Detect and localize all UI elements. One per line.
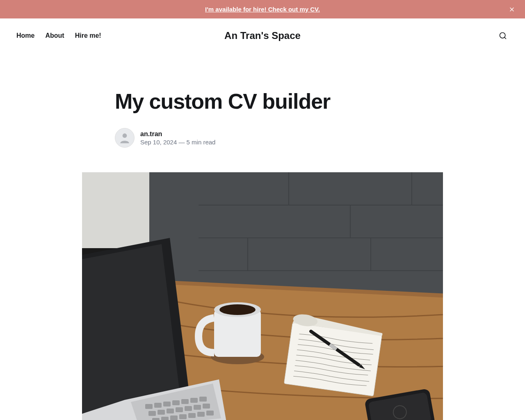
hero-illustration	[82, 172, 443, 420]
search-icon	[499, 32, 507, 40]
announcement-bar: I'm available for hire! Check out my CV.	[0, 0, 525, 18]
article-date-read: Sep 10, 2024 — 5 min read	[140, 139, 215, 146]
announcement-link[interactable]: I'm available for hire! Check out my CV.	[205, 6, 320, 13]
svg-rect-36	[152, 418, 160, 420]
svg-rect-28	[199, 397, 207, 402]
svg-rect-39	[179, 414, 187, 419]
author-name[interactable]: an.tran	[140, 130, 215, 138]
nav-home[interactable]: Home	[16, 32, 34, 39]
author-meta: an.tran Sep 10, 2024 — 5 min read	[140, 130, 215, 146]
search-button[interactable]	[497, 30, 509, 41]
svg-rect-34	[194, 405, 201, 410]
author-avatar[interactable]	[115, 128, 135, 148]
meta-separator: —	[177, 139, 186, 146]
svg-rect-41	[197, 412, 205, 417]
site-header: Home About Hire me! An Tran's Space	[0, 18, 525, 53]
article-container: My custom CV builder an.tran Sep 10, 202…	[115, 53, 410, 420]
svg-rect-27	[190, 398, 198, 403]
svg-point-46	[219, 304, 256, 315]
svg-rect-29	[148, 411, 156, 416]
svg-rect-26	[181, 399, 189, 404]
nav-hire-me[interactable]: Hire me!	[75, 32, 101, 39]
site-title[interactable]: An Tran's Space	[224, 30, 301, 41]
svg-rect-35	[203, 404, 210, 409]
primary-nav: Home About Hire me!	[16, 32, 101, 39]
article-title: My custom CV builder	[115, 90, 410, 113]
svg-rect-40	[188, 413, 196, 418]
author-row: an.tran Sep 10, 2024 — 5 min read	[115, 128, 410, 148]
svg-rect-37	[161, 417, 169, 420]
article-read-time: 5 min read	[187, 139, 216, 146]
svg-point-4	[123, 134, 127, 138]
svg-rect-22	[145, 404, 153, 409]
svg-rect-23	[154, 403, 162, 408]
avatar-placeholder-icon	[118, 131, 131, 144]
close-icon	[509, 6, 515, 13]
svg-rect-31	[167, 409, 174, 413]
svg-rect-32	[176, 407, 183, 412]
svg-rect-30	[158, 410, 165, 415]
svg-rect-16	[82, 172, 149, 250]
hero-image	[82, 172, 443, 420]
svg-rect-42	[206, 411, 214, 415]
close-announcement-button[interactable]	[507, 5, 517, 14]
svg-rect-25	[172, 400, 180, 405]
nav-about[interactable]: About	[45, 32, 64, 39]
svg-rect-24	[163, 402, 171, 406]
article-date: Sep 10, 2024	[140, 139, 177, 146]
svg-line-3	[504, 37, 506, 39]
svg-rect-33	[185, 406, 192, 411]
svg-rect-38	[170, 415, 178, 420]
